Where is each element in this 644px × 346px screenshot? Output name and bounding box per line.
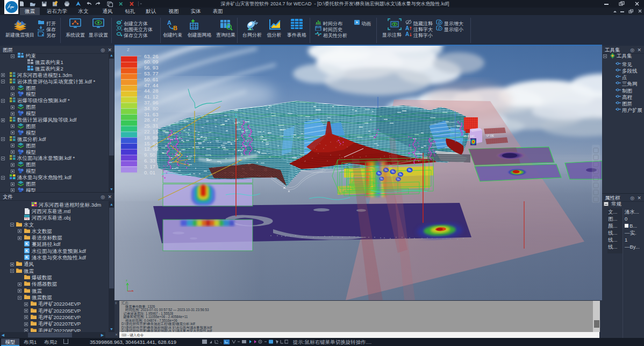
svg-text:56. 93: 56. 93	[144, 65, 158, 70]
svg-text:53. 77: 53. 77	[144, 70, 158, 76]
svg-text:47. 44: 47. 44	[144, 82, 158, 88]
svg-text:22. 15: 22. 15	[144, 129, 158, 135]
svg-text:4B-9 14C: 4B-9 14C	[463, 135, 475, 138]
svg-text:50. 61: 50. 61	[144, 76, 158, 82]
svg-text:37. 96: 37. 96	[144, 100, 158, 105]
svg-text:A: A	[167, 19, 171, 26]
svg-text:z: z	[126, 279, 127, 282]
svg-text:25. 31: 25. 31	[144, 123, 158, 129]
svg-text:41. 12: 41. 12	[144, 94, 158, 100]
svg-text:12. 66: 12. 66	[144, 146, 158, 152]
svg-text:B: B	[173, 25, 177, 31]
svg-text:186: 186	[408, 170, 411, 172]
svg-text:9. 50: 9. 50	[144, 152, 155, 158]
svg-text:63. 26: 63. 26	[144, 53, 158, 59]
svg-text:0. 01: 0. 01	[144, 170, 155, 175]
svg-text:34. 80: 34. 80	[144, 105, 158, 111]
svg-text:60. 09: 60. 09	[144, 59, 158, 65]
svg-text:A: A	[405, 31, 409, 37]
svg-text:A: A	[405, 25, 409, 31]
svg-text:15. 82: 15. 82	[144, 140, 158, 146]
svg-text:U* DE: U* DE	[486, 134, 495, 137]
svg-text:18. 98: 18. 98	[144, 135, 158, 140]
svg-text:186: 186	[377, 173, 381, 175]
svg-text:31. 63: 31. 63	[144, 111, 158, 117]
svg-text:28. 47: 28. 47	[144, 117, 158, 123]
svg-text:Z: Z	[127, 47, 130, 52]
svg-text:3. 17: 3. 17	[144, 164, 155, 170]
svg-text:6. 33: 6. 33	[144, 158, 155, 164]
svg-text:44. 28: 44. 28	[144, 88, 158, 94]
